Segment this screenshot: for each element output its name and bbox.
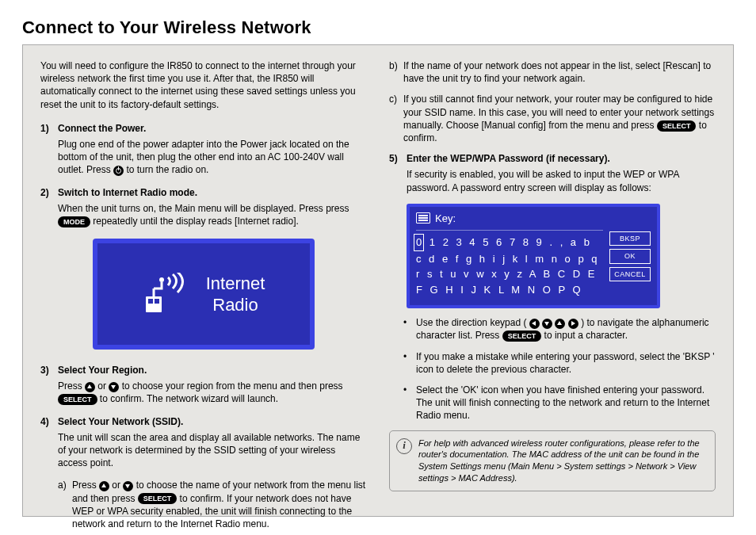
step-5-header: 5) Enter the WEP/WPA Password (if necess… [389,152,716,165]
bksp-button: BKSP [609,231,651,246]
char-row3: r s t u v w x y z A B C D E [416,266,603,282]
step-4a: a) Press or to choose the name of your n… [58,479,367,530]
char-row1: 1 2 3 4 5 6 7 8 9 . , a b [424,236,592,248]
step-2-num: 2) [40,186,58,199]
step-3-head: Select Your Region. [58,364,147,376]
screen1-line1: Internet [206,273,265,293]
select-button-icon: SELECT [657,120,697,132]
step-1-num: 1) [40,122,58,135]
screen1-line2: Radio [212,295,258,315]
help-note: For help with advanced wireless router c… [389,430,716,491]
s4a-a: Press [72,480,99,491]
char-row2: c d e f g h i j k l m n o p q [416,251,603,267]
svg-rect-1 [148,299,153,304]
help-text: For help with advanced wireless router c… [418,438,707,484]
list-icon [416,212,430,224]
bullet-1: Use the direction keypad ( ) to navigate… [403,316,716,342]
step-1-body: Plug one end of the power adapter into t… [58,138,367,177]
right-arrow-icon [568,319,578,329]
select-button-icon: SELECT [502,331,542,342]
key-side-buttons: BKSP OK CANCEL [609,231,651,281]
sub-c-letter: c) [389,93,403,144]
page-title: Connect to Your Wireless Network [22,17,734,38]
s4a-mid: or [112,480,123,491]
step-3-text-b: to choose your region from the menu and … [122,380,343,392]
step-4c-text: If you still cannot find your network, y… [403,93,716,144]
step-3-text-a: Press [58,380,85,392]
power-icon [113,166,124,176]
right-column: b) If the name of your network does not … [389,59,716,535]
step-3-header: 3) Select Your Region. [40,364,367,376]
step-2-body: When the unit turns on, the Main menu wi… [58,202,367,227]
password-entry-screen: Key: 0 1 2 3 4 5 6 7 8 9 . , a b c d e f… [407,204,660,309]
bullet-2: If you make a mistake while entering you… [403,350,716,376]
left-column: You will need to configure the IR850 to … [40,59,367,535]
ok-button: OK [609,249,651,263]
sub-b-letter: b) [389,59,403,85]
step-4-header: 4) Select Your Network (SSID). [40,415,367,428]
internet-radio-screen: Internet Radio [93,239,315,350]
step-3-text-c: to confirm. The network wizard will laun… [100,393,278,404]
cancel-button: CANCEL [609,267,651,281]
step-1-header: 1) Connect the Power. [40,122,367,135]
up-arrow-icon [99,481,109,491]
step-3-num: 3) [40,364,58,376]
step-4c: c) If you still cannot find your network… [389,93,716,144]
step-4b: b) If the name of your network does not … [389,59,716,85]
b1-c: to input a character. [544,330,628,341]
svg-point-3 [159,277,164,282]
char-row4: F G H I J K L M N O P Q [416,282,603,298]
up-arrow-icon [85,382,95,392]
bullet-3: Select the 'OK' icon when you have finis… [403,384,716,422]
step-5-body: If security is enabled, you will be aske… [407,168,716,193]
step-2-head: Switch to Internet Radio mode. [58,186,197,199]
step-4-body: The unit will scan the area and display … [58,431,367,470]
sub-a-letter: a) [58,479,72,530]
step-2-header: 2) Switch to Internet Radio mode. [40,186,367,199]
step-4-num: 4) [40,415,58,428]
b1-a: Use the direction keypad ( [416,317,526,328]
step-1-head: Connect the Power. [58,122,146,135]
radio-signal-icon [143,273,190,315]
instruction-bullets: Use the direction keypad ( ) to navigate… [403,316,716,422]
down-arrow-icon [542,319,552,329]
char-grid: 0 1 2 3 4 5 6 7 8 9 . , a b c d e f g h … [416,230,603,297]
up-arrow-icon [555,319,565,329]
key-header: Key: [416,212,651,226]
step-4b-text: If the name of your network does not app… [403,59,716,85]
down-arrow-icon [123,481,133,491]
content-panel: You will need to configure the IR850 to … [22,44,734,517]
mode-button-icon: MODE [58,216,90,227]
svg-rect-2 [155,299,159,304]
step-2-text-a: When the unit turns on, the Main menu wi… [58,203,349,214]
step-2-text-b: repeatedly until the display reads [Inte… [93,216,299,227]
key-header-text: Key: [435,212,456,226]
select-button-icon: SELECT [58,394,97,405]
screen1-label: Internet Radio [206,273,265,316]
select-button-icon: SELECT [138,493,178,504]
step-3-text-mid: or [97,380,109,392]
left-arrow-icon [529,319,540,329]
info-icon [396,438,412,454]
step-5-head: Enter the WEP/WPA Password (if necessary… [407,152,610,165]
step-5-num: 5) [389,152,407,165]
step-4a-text: Press or to choose the name of your netw… [72,479,367,530]
step-1-text-b: to turn the radio on. [126,164,208,175]
step-3-body: Press or to choose your region from the … [58,380,367,405]
down-arrow-icon [109,382,119,392]
step-4-head: Select Your Network (SSID). [58,415,183,428]
char-selected: 0 [414,234,424,251]
intro-text: You will need to configure the IR850 to … [40,59,367,111]
